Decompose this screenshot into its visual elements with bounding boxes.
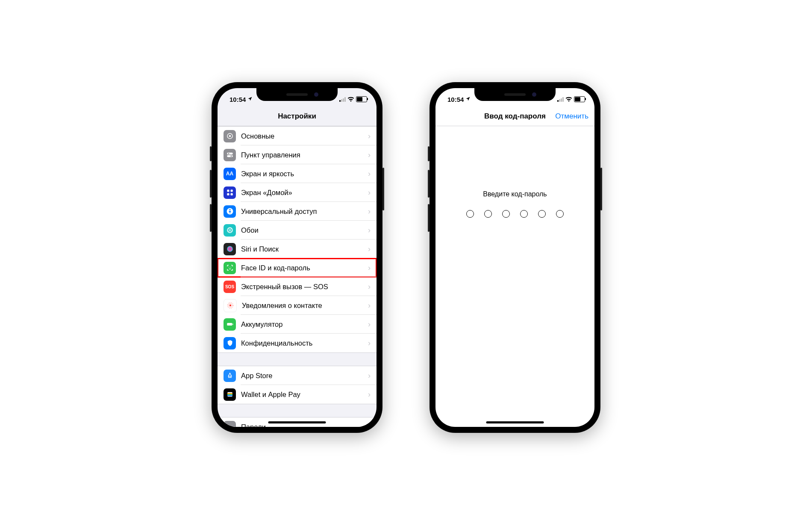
svg-rect-21 — [232, 324, 233, 325]
settings-row-wallpaper[interactable]: Обои› — [218, 221, 377, 240]
row-label: Основные — [241, 132, 368, 140]
chevron-right-icon: › — [368, 207, 371, 216]
side-button — [210, 146, 212, 161]
exposure-icon — [224, 299, 237, 312]
passcode-prompt: Введите код-пароль — [483, 190, 547, 198]
notch — [474, 88, 556, 101]
row-label: App Store — [241, 372, 368, 380]
svg-rect-25 — [227, 395, 232, 396]
phone-frame-right: 10:54 Ввод код-пароля Отменить Введите к… — [430, 82, 600, 433]
chevron-right-icon: › — [368, 320, 371, 329]
settings-row-exposure[interactable]: Уведомления о контакте› — [218, 296, 377, 315]
passcode-dots[interactable] — [466, 210, 564, 218]
location-icon — [247, 96, 253, 103]
side-button — [382, 168, 384, 210]
chevron-right-icon: › — [368, 245, 371, 254]
svg-rect-6 — [227, 189, 229, 192]
chevron-right-icon: › — [368, 188, 371, 197]
svg-rect-9 — [230, 193, 232, 195]
passcode-dot — [538, 210, 546, 218]
side-button — [428, 204, 430, 232]
passcode-dot — [484, 210, 492, 218]
nav-title: Ввод код-пароля — [484, 112, 546, 121]
settings-row-battery[interactable]: Аккумулятор› — [218, 315, 377, 334]
signal-icon — [339, 97, 346, 102]
privacy-icon — [224, 337, 236, 349]
svg-point-16 — [230, 267, 231, 268]
side-button — [428, 170, 430, 198]
svg-point-11 — [229, 209, 230, 210]
passcode-area: Введите код-пароль — [435, 126, 594, 218]
passcode-dot — [466, 210, 474, 218]
nav-title: Настройки — [278, 112, 316, 121]
phone-frame-left: 10:54 Настройки Основные›Пункт управлени… — [212, 82, 382, 433]
chevron-right-icon: › — [368, 263, 371, 272]
screen-settings: 10:54 Настройки Основные›Пункт управлени… — [218, 88, 377, 427]
faceid-icon — [224, 262, 236, 274]
signal-icon — [557, 97, 564, 102]
chevron-right-icon: › — [368, 169, 371, 178]
settings-list[interactable]: Основные›Пункт управления›AAЭкран и ярко… — [218, 126, 377, 427]
row-label: Экран и яркость — [241, 170, 368, 178]
row-label: Аккумулятор — [241, 320, 368, 329]
row-label: Обои — [241, 226, 368, 234]
chevron-right-icon: › — [368, 423, 371, 427]
chevron-right-icon: › — [368, 371, 371, 380]
home-indicator[interactable] — [268, 421, 326, 423]
settings-row-access[interactable]: Универсальный доступ› — [218, 202, 377, 221]
chevron-right-icon: › — [368, 282, 371, 291]
settings-row-control[interactable]: Пункт управления› — [218, 145, 377, 164]
home-icon — [224, 186, 236, 199]
row-label: Экран «Домой» — [241, 189, 368, 197]
nav-bar: Ввод код-пароля Отменить — [435, 107, 594, 126]
chevron-right-icon: › — [368, 151, 371, 160]
settings-row-appstore[interactable]: App Store› — [218, 366, 377, 385]
siri-icon — [224, 243, 236, 255]
settings-row-sos[interactable]: SOSЭкстренный вызов — SOS› — [218, 277, 377, 296]
passwords-icon — [224, 421, 236, 427]
home-indicator[interactable] — [486, 421, 544, 423]
passcode-dot — [556, 210, 564, 218]
appstore-icon — [224, 370, 236, 382]
sos-icon: SOS — [224, 281, 236, 293]
svg-rect-2 — [227, 153, 233, 155]
svg-point-1 — [229, 135, 231, 137]
svg-point-5 — [230, 156, 232, 157]
row-label: Face ID и код-пароль — [241, 264, 368, 272]
row-label: Уведомления о контакте — [242, 302, 368, 310]
settings-row-general[interactable]: Основные› — [218, 127, 377, 145]
chevron-right-icon: › — [368, 339, 371, 348]
cancel-button[interactable]: Отменить — [555, 112, 588, 121]
passcode-dot — [502, 210, 510, 218]
row-label: Конфиденциальность — [241, 339, 368, 347]
nav-bar: Настройки — [218, 107, 377, 126]
settings-row-home[interactable]: Экран «Домой»› — [218, 183, 377, 202]
battery-icon — [356, 96, 367, 102]
svg-rect-7 — [230, 189, 232, 192]
access-icon — [224, 205, 236, 218]
settings-row-privacy[interactable]: Конфиденциальность› — [218, 334, 377, 352]
passcode-dot — [520, 210, 528, 218]
settings-row-siri[interactable]: Siri и Поиск› — [218, 240, 377, 258]
svg-point-15 — [229, 267, 229, 268]
svg-rect-3 — [227, 155, 233, 157]
settings-row-display[interactable]: AAЭкран и яркость› — [218, 164, 377, 183]
location-icon — [465, 96, 471, 103]
settings-row-faceid[interactable]: Face ID и код-пароль› — [218, 258, 377, 277]
svg-point-4 — [228, 153, 229, 154]
wallpaper-icon — [224, 224, 236, 237]
wallet-icon — [224, 388, 236, 401]
screen-passcode: 10:54 Ввод код-пароля Отменить Введите к… — [435, 88, 594, 427]
side-button — [600, 168, 602, 210]
row-label: Пункт управления — [241, 151, 368, 159]
row-label: Wallet и Apple Pay — [241, 391, 368, 399]
svg-rect-24 — [227, 394, 232, 395]
side-button — [428, 146, 430, 161]
svg-point-14 — [227, 246, 233, 252]
settings-row-wallet[interactable]: Wallet и Apple Pay› — [218, 385, 377, 404]
side-button — [210, 204, 212, 232]
status-time: 10:54 — [447, 96, 464, 103]
battery-icon — [574, 96, 585, 102]
settings-group: Основные›Пункт управления›AAЭкран и ярко… — [218, 126, 377, 353]
row-label: Универсальный доступ — [241, 207, 368, 216]
